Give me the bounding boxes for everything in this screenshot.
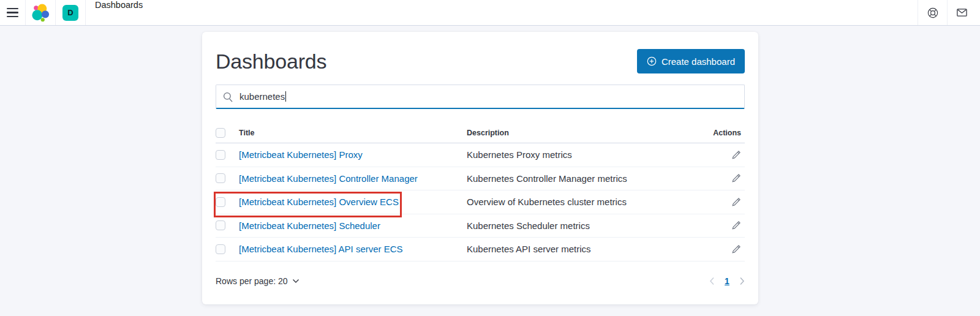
row-checkbox[interactable] <box>216 150 225 160</box>
column-header-title[interactable]: Title <box>239 129 467 137</box>
edit-button[interactable] <box>731 220 741 230</box>
help-button[interactable] <box>918 0 947 25</box>
space-avatar: D <box>62 5 78 21</box>
top-navigation-bar: D Dashboards <box>0 0 980 26</box>
text-cursor <box>285 91 286 102</box>
chevron-left-icon <box>709 277 715 285</box>
pagination: 1 <box>709 276 745 286</box>
column-header-actions: Actions <box>717 129 745 137</box>
menu-button[interactable] <box>0 0 26 25</box>
row-checkbox[interactable] <box>216 244 225 254</box>
breadcrumb[interactable]: Dashboards <box>86 0 143 25</box>
row-checkbox[interactable] <box>216 197 225 207</box>
rows-per-page-label: Rows per page: 20 <box>216 276 288 286</box>
page-number-button[interactable]: 1 <box>721 276 733 286</box>
column-header-description: Description <box>467 129 717 137</box>
next-page-button[interactable] <box>739 277 745 285</box>
table-row: [Metricbeat Kubernetes] Controller Manag… <box>216 167 745 191</box>
row-checkbox[interactable] <box>216 220 225 230</box>
plus-circle-icon <box>647 56 657 66</box>
chevron-right-icon <box>739 277 745 285</box>
search-input[interactable]: kubernetes <box>216 85 745 109</box>
table-row: [Metricbeat Kubernetes] API server ECS K… <box>216 238 745 261</box>
space-switcher-button[interactable]: D <box>56 0 86 25</box>
pencil-icon <box>731 173 741 183</box>
create-dashboard-button[interactable]: Create dashboard <box>637 49 745 73</box>
life-ring-icon <box>927 7 938 18</box>
select-all-checkbox[interactable] <box>216 128 225 138</box>
dashboard-link[interactable]: [Metricbeat Kubernetes] Scheduler <box>239 220 380 231</box>
dashboard-link[interactable]: [Metricbeat Kubernetes] Proxy <box>239 149 363 160</box>
dashboard-link[interactable]: [Metricbeat Kubernetes] Overview ECS <box>239 197 399 207</box>
dashboard-description: Kubernetes Scheduler metrics <box>467 220 717 231</box>
create-dashboard-label: Create dashboard <box>662 56 735 67</box>
table-row: [Metricbeat Kubernetes] Proxy Kubernetes… <box>216 143 745 167</box>
pencil-icon <box>731 220 741 230</box>
edit-button[interactable] <box>731 244 741 254</box>
table-header-row: Title Description Actions <box>216 122 745 143</box>
pencil-icon <box>731 197 741 207</box>
newsfeed-button[interactable] <box>947 0 976 25</box>
dashboard-description: Overview of Kubernetes cluster metrics <box>467 197 717 207</box>
previous-page-button[interactable] <box>709 277 715 285</box>
magnifier-icon <box>223 92 233 102</box>
elastic-logo-icon <box>31 4 50 22</box>
topbar-right-actions <box>918 0 980 25</box>
dashboard-description: Kubernetes API server metrics <box>467 244 717 254</box>
pencil-icon <box>731 150 741 160</box>
table-row: [Metricbeat Kubernetes] Scheduler Kubern… <box>216 214 745 238</box>
panel-header: Dashboards Create dashboard <box>216 47 745 76</box>
table-footer: Rows per page: 20 1 <box>216 273 745 290</box>
dashboards-panel: Dashboards Create dashboard kubernetes T… <box>202 32 758 304</box>
edit-button[interactable] <box>731 150 741 160</box>
pencil-icon <box>731 244 741 254</box>
dashboard-link[interactable]: [Metricbeat Kubernetes] API server ECS <box>239 244 403 254</box>
dashboard-description: Kubernetes Controller Manager metrics <box>467 173 717 184</box>
dashboard-link[interactable]: [Metricbeat Kubernetes] Controller Manag… <box>239 173 418 184</box>
envelope-icon <box>956 7 968 18</box>
edit-button[interactable] <box>731 173 741 183</box>
search-value: kubernetes <box>239 91 285 102</box>
table-row-highlighted: [Metricbeat Kubernetes] Overview ECS Ove… <box>216 190 745 214</box>
hamburger-icon <box>7 8 18 18</box>
row-checkbox[interactable] <box>216 173 225 183</box>
page-title: Dashboards <box>216 50 326 73</box>
home-logo-button[interactable] <box>26 0 56 25</box>
edit-button[interactable] <box>731 197 741 207</box>
chevron-down-icon <box>292 279 300 284</box>
dashboard-description: Kubernetes Proxy metrics <box>467 149 717 160</box>
rows-per-page-button[interactable]: Rows per page: 20 <box>216 276 300 286</box>
